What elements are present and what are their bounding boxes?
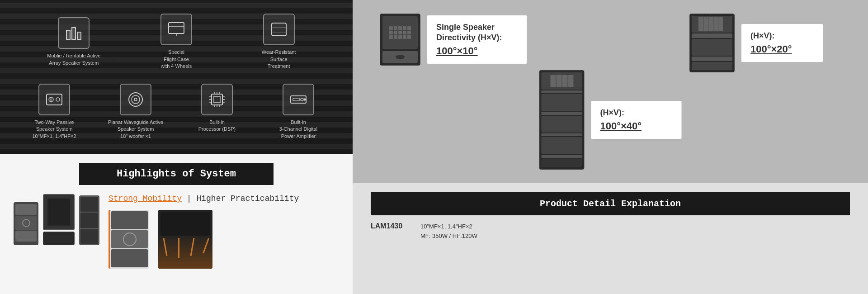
highlights-images: [108, 210, 339, 269]
single-speaker-title: Single SpeakerDirectivity (H×V):: [436, 22, 518, 43]
highlights-right: Strong Mobility | Higher Practicability: [108, 194, 339, 269]
highlights-speaker-image: [14, 194, 99, 245]
single-speaker-info: Single SpeakerDirectivity (H×V): 100°×10…: [427, 15, 527, 64]
wear-resistant-label: Wear-ResistantSurfaceTreatment: [262, 49, 296, 70]
double-speaker-info: (H×V): 100°×20°: [741, 24, 823, 62]
flight-case-label: SpecialFlight Casewith 4 Wheels: [161, 49, 192, 70]
left-panel: Moblie / Rentable Active Array Speaker S…: [0, 0, 353, 294]
amplifier-icon: [283, 84, 314, 115]
svg-rect-0: [66, 30, 70, 39]
product-detail-content: Product Detail Explanation LAM1430 10"MF…: [371, 192, 850, 241]
svg-point-34: [304, 99, 306, 100]
svg-rect-3: [169, 23, 184, 33]
double-speaker-image: [689, 14, 735, 72]
speaker-icon: [38, 84, 70, 115]
icon-item-processor: Built-inProcessor (DSP): [181, 84, 253, 133]
svg-rect-18: [214, 96, 220, 103]
double-speaker-value: 100°×20°: [750, 43, 814, 55]
processor-icon: [201, 84, 233, 115]
svg-rect-2: [77, 32, 81, 39]
svg-rect-1: [72, 28, 75, 39]
icon-item-wear-resistant: Wear-ResistantSurfaceTreatment: [247, 14, 311, 70]
icon-item-flight-case: SpecialFlight Casewith 4 Wheels: [145, 14, 208, 70]
svg-point-14: [129, 93, 142, 106]
spec-details: 10"MF×1, 1.4"HF×2 MF: 350W / HF:120W: [420, 222, 477, 241]
mobility-text-rest: | Higher Practicability: [182, 194, 299, 203]
icon-item-mobile: Moblie / Rentable Active Array Speaker S…: [42, 17, 105, 66]
planar-label: Planar Waveguide ActiveSpeaker System18"…: [108, 119, 163, 140]
circle-target-icon: [120, 84, 151, 115]
quad-speaker-value: 100°×40°: [600, 120, 673, 132]
surface-icon: [263, 14, 295, 45]
icon-item-planar: Planar Waveguide ActiveSpeaker System18"…: [99, 84, 172, 140]
product-detail-title: Product Detail Explanation: [371, 192, 850, 215]
icons-row-2: Two-Way PassiveSpeaker System10"MF×1, 1.…: [0, 79, 353, 154]
screen-icon: [160, 14, 192, 45]
two-way-label: Two-Way PassiveSpeaker System10"MF×1, 1.…: [32, 119, 76, 140]
spec-line2: MF: 350W / HF:120W: [420, 232, 477, 241]
single-speaker-value: 100°×10°: [436, 45, 518, 57]
strong-mobility-link[interactable]: Strong Mobility: [108, 194, 182, 203]
bar-chart-icon: [58, 17, 90, 49]
double-speaker-card: (H×V): 100°×20°: [689, 14, 823, 72]
right-panel: Single SpeakerDirectivity (H×V): 100°×10…: [353, 0, 868, 294]
directivity-section: Single SpeakerDirectivity (H×V): 100°×10…: [353, 0, 868, 183]
mobile-label: Moblie / Rentable Active Array Speaker S…: [42, 52, 105, 66]
svg-rect-17: [212, 94, 222, 105]
product-detail-section: Product Detail Explanation LAM1430 10"MF…: [353, 183, 868, 294]
single-speaker-card: Single SpeakerDirectivity (H×V): 100°×10…: [380, 14, 527, 66]
quad-speaker-image: [539, 70, 585, 170]
highlights-content: Strong Mobility | Higher Practicability: [14, 194, 339, 269]
quad-speaker-info: (H×V): 100°×40°: [591, 101, 682, 139]
spec-line1: 10"MF×1, 1.4"HF×2: [420, 222, 477, 232]
mobility-text: Strong Mobility | Higher Practicability: [108, 194, 339, 203]
processor-label: Built-inProcessor (DSP): [198, 119, 236, 133]
icons-row-1: Moblie / Rentable Active Array Speaker S…: [0, 0, 353, 79]
icon-item-amplifier: Built-in3-Channel DigitalPower Amplifier: [262, 84, 335, 140]
svg-point-15: [132, 95, 140, 104]
single-speaker-image: [380, 14, 420, 66]
highlights-title: Highlights of System: [79, 163, 274, 185]
highlights-section: Highlights of System: [0, 154, 353, 294]
quad-speaker-title: (H×V):: [600, 108, 673, 118]
spec-model: LAM1430: [371, 222, 411, 230]
double-speaker-title: (H×V):: [750, 31, 814, 41]
amplifier-label: Built-in3-Channel DigitalPower Amplifier: [279, 119, 317, 140]
quad-speaker-card: (H×V): 100°×40°: [539, 70, 682, 170]
svg-point-12: [50, 99, 52, 100]
svg-point-16: [134, 98, 137, 101]
product-spec-row: LAM1430 10"MF×1, 1.4"HF×2 MF: 350W / HF:…: [371, 222, 850, 241]
icon-item-two-way: Two-Way PassiveSpeaker System10"MF×1, 1.…: [18, 84, 90, 140]
svg-point-13: [56, 98, 60, 101]
svg-point-33: [301, 98, 303, 101]
svg-rect-32: [293, 98, 299, 101]
svg-point-11: [49, 97, 53, 102]
svg-rect-7: [272, 23, 286, 36]
